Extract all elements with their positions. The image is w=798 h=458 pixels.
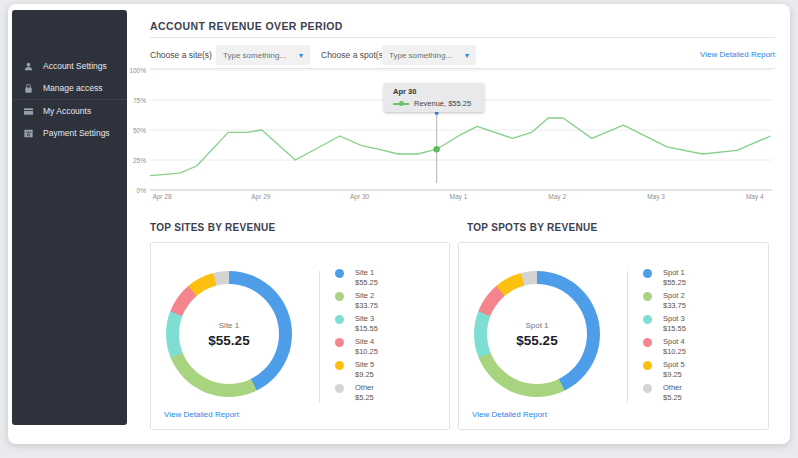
svg-text:May 1: May 1 [450,193,468,201]
legend-entry: Site 3$15.55 [335,314,378,334]
legend-entry: Site 5$9.25 [335,360,378,380]
legend-text: Spot 2$33.75 [663,291,686,311]
legend-dot-icon [643,338,652,347]
legend-entry: Spot 5$9.25 [643,360,686,380]
line-marker-icon [393,101,409,106]
legend-divider [627,271,628,403]
spot-filter-placeholder: Type something... [389,51,452,60]
legend-text: Site 4$10.25 [355,337,378,357]
sites-center-value: $55.25 [208,333,249,348]
spots-donut-center: Spot 1 $55.25 [474,271,600,397]
site-filter-placeholder: Type something... [223,51,286,60]
legend-dot-icon [335,269,344,278]
legend-entry: Spot 3$15.55 [643,314,686,334]
top-sites-title: TOP SITES BY REVENUE [150,222,275,233]
legend-entry: Site 2$33.75 [335,291,378,311]
header-divider [150,37,775,38]
spots-center-value: $55.25 [516,333,557,348]
legend-dot-icon [643,384,652,393]
sites-center-label: Site 1 [219,321,239,330]
chevron-down-icon: ▾ [465,51,469,60]
legend-dot-icon [643,361,652,370]
view-detailed-report-link-main[interactable]: View Detailed Report [700,50,775,59]
top-sites-card: Site 1 $55.25 Site 1$55.25Site 2$33.75Si… [150,242,450,430]
sites-donut-center: Site 1 $55.25 [166,271,292,397]
dashboard-card: Account SettingsManage accessMy Accounts… [8,4,790,444]
legend-text: Spot 4$10.25 [663,337,686,357]
legend-entry: Site 1$55.25 [335,268,378,288]
legend-dot-icon [335,292,344,301]
legend-text: Site 2$33.75 [355,291,378,311]
svg-text:0%: 0% [137,187,147,194]
svg-text:May 2: May 2 [548,193,566,201]
svg-text:Apr 29: Apr 29 [251,193,271,201]
legend-dot-icon [335,384,344,393]
legend-dot-icon [643,292,652,301]
legend-entry: Other$5.25 [643,383,686,403]
legend-entry: Spot 4$10.25 [643,337,686,357]
tooltip-value: Revenue, $55.25 [414,99,471,108]
view-detailed-report-link-spots[interactable]: View Detailed Report [472,410,547,419]
tooltip-date: Apr 30 [393,87,476,96]
site-filter-dropdown[interactable]: Type something... ▾ [216,45,310,65]
chevron-down-icon: ▾ [299,51,303,60]
legend-text: Spot 5$9.25 [663,360,685,380]
legend-dot-icon [335,361,344,370]
svg-text:Apr 30: Apr 30 [350,193,370,201]
legend-text: Spot 3$15.55 [663,314,686,334]
legend-text: Other$5.25 [355,383,374,403]
page-title: ACCOUNT REVENUE OVER PERIOD [150,20,343,32]
legend-dot-icon [643,315,652,324]
legend-entry: Spot 1$55.25 [643,268,686,288]
sites-legend: Site 1$55.25Site 2$33.75Site 3$15.55Site… [335,268,378,406]
svg-text:100%: 100% [130,67,146,74]
svg-text:May 3: May 3 [647,193,665,201]
legend-dot-icon [335,338,344,347]
legend-text: Spot 1$55.25 [663,268,686,288]
svg-text:50%: 50% [133,127,146,134]
svg-text:75%: 75% [133,97,146,104]
spots-center-label: Spot 1 [525,321,548,330]
spot-filter-dropdown[interactable]: Type something... ▾ [382,45,476,65]
legend-divider [319,271,320,403]
spots-legend: Spot 1$55.25Spot 2$33.75Spot 3$15.55Spot… [643,268,686,406]
legend-text: Site 5$9.25 [355,360,374,380]
site-filter-label: Choose a site(s) [150,50,212,60]
legend-entry: Spot 2$33.75 [643,291,686,311]
legend-text: Site 3$15.55 [355,314,378,334]
view-detailed-report-link-sites[interactable]: View Detailed Report [164,410,239,419]
legend-dot-icon [335,315,344,324]
legend-entry: Other$5.25 [335,383,378,403]
chart-tooltip: Apr 30 Revenue, $55.25 [384,83,484,112]
legend-entry: Site 4$10.25 [335,337,378,357]
legend-text: Other$5.25 [663,383,682,403]
svg-text:Apr 28: Apr 28 [152,193,172,201]
top-spots-card: Spot 1 $55.25 Spot 1$55.25Spot 2$33.75Sp… [458,242,769,430]
legend-text: Site 1$55.25 [355,268,378,288]
top-spots-title: TOP SPOTS BY REVENUE [467,222,597,233]
svg-text:25%: 25% [133,157,146,164]
main-content: ACCOUNT REVENUE OVER PERIOD Choose a sit… [8,4,790,444]
svg-text:May 4: May 4 [746,193,764,201]
spot-filter-label: Choose a spot(s) [321,50,386,60]
legend-dot-icon [643,269,652,278]
